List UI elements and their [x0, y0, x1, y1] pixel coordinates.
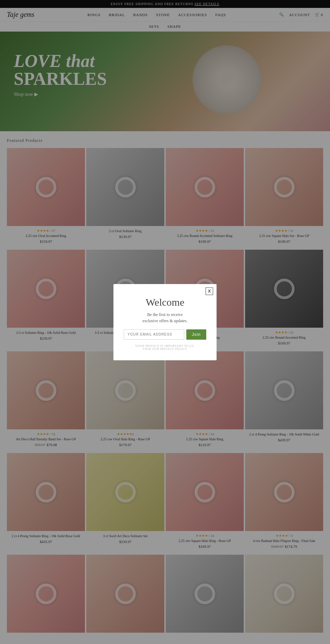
modal-close-button[interactable]: X [206, 287, 213, 295]
modal-overlay[interactable]: X Welcome Be the first to receiveexclusi… [0, 0, 330, 640]
modal-subtitle: Be the first to receiveexclusive offers … [124, 312, 206, 324]
welcome-modal: X Welcome Be the first to receiveexclusi… [113, 284, 217, 360]
email-input[interactable] [124, 329, 184, 340]
privacy-link[interactable]: VIEW OUR PRIVACY POLICY [143, 348, 187, 351]
modal-form: Join [124, 329, 206, 340]
modal-privacy: YOUR PRIVACY IS IMPORTANT TO US. VIEW OU… [124, 344, 206, 351]
join-button[interactable]: Join [186, 329, 206, 340]
privacy-text: YOUR PRIVACY IS IMPORTANT TO US. [124, 344, 206, 348]
modal-title: Welcome [124, 296, 206, 308]
